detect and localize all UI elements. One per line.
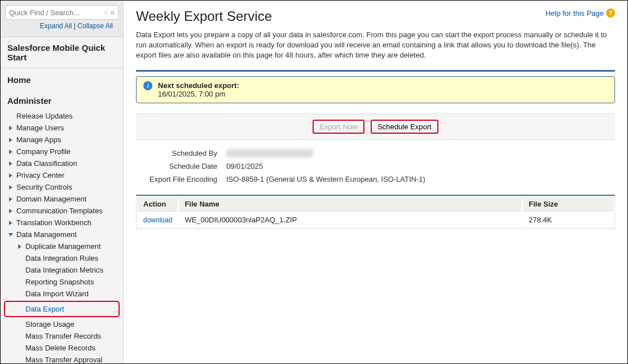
chevron-right-icon xyxy=(7,125,14,131)
col-filename-header: File Name xyxy=(179,197,522,212)
help-for-page-link[interactable]: Help for this Page ? xyxy=(546,8,615,17)
nav-data-classification[interactable]: Data Classification xyxy=(4,157,120,169)
nav-mass-transfer-records[interactable]: Mass Transfer Records xyxy=(4,330,120,342)
schedule-export-button[interactable]: Schedule Export xyxy=(371,120,438,134)
chevron-right-icon xyxy=(7,160,14,167)
help-icon: ? xyxy=(606,8,615,17)
nav-manage-users[interactable]: Manage Users xyxy=(4,122,120,134)
sidebar-home[interactable]: Home xyxy=(1,68,123,89)
nav-manage-apps[interactable]: Manage Apps xyxy=(4,134,120,146)
nav-data-export[interactable]: Data Export xyxy=(4,301,120,317)
expand-all-link[interactable]: Expand All xyxy=(40,22,72,30)
search-box: ? Expand All | Collapse All xyxy=(1,1,123,37)
nav-company-profile[interactable]: Company Profile xyxy=(4,146,120,157)
svg-marker-13 xyxy=(8,233,13,236)
svg-text:?: ? xyxy=(105,11,107,14)
info-value: 16/01/2025, 7:00 pm xyxy=(158,90,239,98)
nav-mass-delete-records[interactable]: Mass Delete Records xyxy=(4,342,120,354)
scheduled-by-value: Redacted Name xyxy=(226,149,313,157)
page-title: Weekly Export Service xyxy=(136,8,272,24)
svg-marker-10 xyxy=(9,197,12,201)
nav-data-integration-rules[interactable]: Data Integration Rules xyxy=(4,252,120,264)
nav-security-controls[interactable]: Security Controls xyxy=(4,181,120,193)
svg-point-2 xyxy=(111,11,113,14)
svg-marker-11 xyxy=(9,209,12,213)
chevron-down-icon xyxy=(7,231,14,238)
file-name-cell: WE_00DIU000003nlaP2AQ_1.ZIP xyxy=(179,213,522,227)
export-now-button[interactable]: Export Now xyxy=(313,120,364,134)
nav-storage-usage[interactable]: Storage Usage xyxy=(4,318,120,330)
encoding-value: ISO-8859-1 (General US & Western Europea… xyxy=(226,175,425,183)
schedule-date-value: 09/01/2025 xyxy=(226,162,263,170)
chevron-right-icon xyxy=(7,196,14,203)
svg-line-3 xyxy=(113,14,115,15)
chevron-right-icon xyxy=(7,172,14,179)
svg-marker-4 xyxy=(9,126,12,130)
svg-marker-6 xyxy=(9,150,12,154)
nav-duplicate-management[interactable]: Duplicate Management xyxy=(4,240,120,252)
search-input[interactable] xyxy=(9,8,104,17)
collapse-all-link[interactable]: Collapse All xyxy=(77,22,113,30)
svg-marker-12 xyxy=(9,221,12,225)
nav-release-updates[interactable]: Release Updates xyxy=(4,110,120,122)
schedule-date-label: Schedule Date xyxy=(136,162,226,170)
encoding-label: Export File Encoding xyxy=(136,175,226,183)
nav-mass-transfer-approval[interactable]: Mass Transfer Approval Requests xyxy=(4,354,120,363)
col-filesize-header: File Size xyxy=(523,197,613,212)
chevron-right-icon xyxy=(7,220,14,226)
nav-data-management[interactable]: Data Management xyxy=(4,229,120,240)
svg-marker-9 xyxy=(9,185,12,190)
table-row: download WE_00DIU000003nlaP2AQ_1.ZIP 278… xyxy=(138,213,613,227)
svg-marker-8 xyxy=(9,173,12,178)
nav-domain-management[interactable]: Domain Management xyxy=(4,193,120,205)
nav-reporting-snapshots[interactable]: Reporting Snapshots xyxy=(4,276,120,288)
info-box: i Next scheduled export: 16/01/2025, 7:0… xyxy=(136,76,615,103)
nav-data-integration-metrics[interactable]: Data Integration Metrics xyxy=(4,264,120,276)
sidebar-mobile-quick-start[interactable]: Salesforce Mobile Quick Start xyxy=(1,37,123,68)
chevron-right-icon xyxy=(16,243,23,250)
chevron-right-icon xyxy=(7,208,14,214)
file-size-cell: 278.4K xyxy=(523,213,613,227)
nav-translation-workbench[interactable]: Translation Workbench xyxy=(4,217,120,229)
sidebar-administer: Administer xyxy=(1,89,123,110)
page-description: Data Export lets you prepare a copy of a… xyxy=(136,30,615,61)
nav-communication-templates[interactable]: Communication Templates xyxy=(4,205,120,217)
chevron-right-icon xyxy=(7,137,14,143)
svg-marker-14 xyxy=(18,244,21,249)
col-action-header: Action xyxy=(138,197,178,212)
chevron-right-icon xyxy=(7,148,14,155)
nav-data-import-wizard[interactable]: Data Import Wizard xyxy=(4,288,120,300)
info-title: Next scheduled export: xyxy=(158,81,239,90)
download-link[interactable]: download xyxy=(143,216,172,224)
file-table: Action File Name File Size download WE_0… xyxy=(136,195,615,229)
svg-marker-5 xyxy=(9,138,12,142)
chevron-right-icon xyxy=(7,184,14,191)
sidebar: ? Expand All | Collapse All Salesforce M… xyxy=(1,1,124,363)
search-icon[interactable] xyxy=(111,8,115,17)
nav-privacy-center[interactable]: Privacy Center xyxy=(4,169,120,181)
scheduled-by-label: Scheduled By xyxy=(136,149,226,157)
svg-marker-7 xyxy=(9,161,12,166)
help-icon[interactable]: ? xyxy=(104,8,108,17)
info-icon: i xyxy=(143,81,152,90)
